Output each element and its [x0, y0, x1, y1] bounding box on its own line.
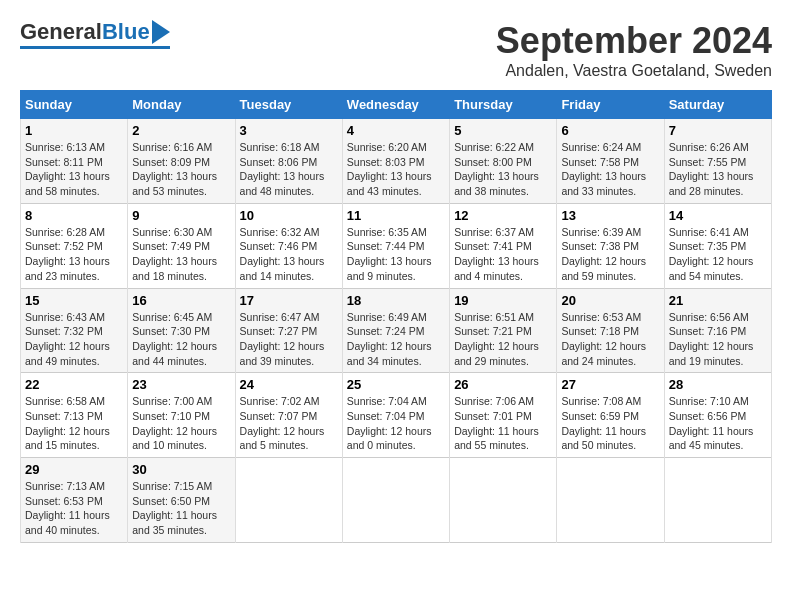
day-cell: 5Sunrise: 6:22 AMSunset: 8:00 PMDaylight… [450, 119, 557, 204]
cell-daylight: Daylight: 12 hours and 59 minutes. [561, 255, 646, 282]
cell-daylight: Daylight: 13 hours and 23 minutes. [25, 255, 110, 282]
day-cell: 3Sunrise: 6:18 AMSunset: 8:06 PMDaylight… [235, 119, 342, 204]
cell-sunset: Sunset: 7:01 PM [454, 410, 532, 422]
day-cell: 7Sunrise: 6:26 AMSunset: 7:55 PMDaylight… [664, 119, 771, 204]
day-cell [664, 458, 771, 543]
cell-sunrise: Sunrise: 6:41 AM [669, 226, 749, 238]
cell-sunrise: Sunrise: 6:22 AM [454, 141, 534, 153]
cell-daylight: Daylight: 13 hours and 53 minutes. [132, 170, 217, 197]
cell-daylight: Daylight: 11 hours and 45 minutes. [669, 425, 754, 452]
day-cell: 12Sunrise: 6:37 AMSunset: 7:41 PMDayligh… [450, 203, 557, 288]
cell-sunset: Sunset: 7:21 PM [454, 325, 532, 337]
day-cell: 4Sunrise: 6:20 AMSunset: 8:03 PMDaylight… [342, 119, 449, 204]
cell-sunrise: Sunrise: 6:35 AM [347, 226, 427, 238]
day-number: 16 [132, 293, 230, 308]
cell-daylight: Daylight: 12 hours and 39 minutes. [240, 340, 325, 367]
day-number: 30 [132, 462, 230, 477]
cell-sunset: Sunset: 8:11 PM [25, 156, 103, 168]
day-number: 3 [240, 123, 338, 138]
cell-daylight: Daylight: 12 hours and 54 minutes. [669, 255, 754, 282]
day-cell: 30Sunrise: 7:15 AMSunset: 6:50 PMDayligh… [128, 458, 235, 543]
cell-sunset: Sunset: 7:27 PM [240, 325, 318, 337]
day-number: 10 [240, 208, 338, 223]
day-cell: 21Sunrise: 6:56 AMSunset: 7:16 PMDayligh… [664, 288, 771, 373]
day-number: 1 [25, 123, 123, 138]
logo-arrow-icon [152, 20, 170, 44]
day-cell: 14Sunrise: 6:41 AMSunset: 7:35 PMDayligh… [664, 203, 771, 288]
cell-sunset: Sunset: 6:50 PM [132, 495, 210, 507]
header-cell-tuesday: Tuesday [235, 91, 342, 119]
day-number: 6 [561, 123, 659, 138]
day-number: 21 [669, 293, 767, 308]
day-cell [450, 458, 557, 543]
day-cell: 10Sunrise: 6:32 AMSunset: 7:46 PMDayligh… [235, 203, 342, 288]
day-number: 29 [25, 462, 123, 477]
cell-daylight: Daylight: 12 hours and 24 minutes. [561, 340, 646, 367]
cell-sunset: Sunset: 7:32 PM [25, 325, 103, 337]
day-cell: 28Sunrise: 7:10 AMSunset: 6:56 PMDayligh… [664, 373, 771, 458]
cell-daylight: Daylight: 12 hours and 5 minutes. [240, 425, 325, 452]
cell-daylight: Daylight: 12 hours and 29 minutes. [454, 340, 539, 367]
cell-daylight: Daylight: 13 hours and 9 minutes. [347, 255, 432, 282]
header-cell-friday: Friday [557, 91, 664, 119]
cell-sunrise: Sunrise: 6:49 AM [347, 311, 427, 323]
header-row: SundayMondayTuesdayWednesdayThursdayFrid… [21, 91, 772, 119]
cell-sunset: Sunset: 7:24 PM [347, 325, 425, 337]
cell-sunset: Sunset: 7:30 PM [132, 325, 210, 337]
cell-sunrise: Sunrise: 6:43 AM [25, 311, 105, 323]
header-cell-monday: Monday [128, 91, 235, 119]
cell-sunset: Sunset: 7:49 PM [132, 240, 210, 252]
cell-sunrise: Sunrise: 6:45 AM [132, 311, 212, 323]
cell-sunrise: Sunrise: 7:06 AM [454, 395, 534, 407]
cell-sunrise: Sunrise: 6:13 AM [25, 141, 105, 153]
cell-sunset: Sunset: 7:18 PM [561, 325, 639, 337]
cell-sunrise: Sunrise: 7:10 AM [669, 395, 749, 407]
cell-sunset: Sunset: 6:53 PM [25, 495, 103, 507]
header-cell-wednesday: Wednesday [342, 91, 449, 119]
day-number: 2 [132, 123, 230, 138]
cell-sunrise: Sunrise: 6:39 AM [561, 226, 641, 238]
day-number: 18 [347, 293, 445, 308]
cell-daylight: Daylight: 12 hours and 0 minutes. [347, 425, 432, 452]
cell-daylight: Daylight: 12 hours and 19 minutes. [669, 340, 754, 367]
week-row-1: 1Sunrise: 6:13 AMSunset: 8:11 PMDaylight… [21, 119, 772, 204]
cell-daylight: Daylight: 13 hours and 38 minutes. [454, 170, 539, 197]
cell-daylight: Daylight: 13 hours and 4 minutes. [454, 255, 539, 282]
day-number: 25 [347, 377, 445, 392]
cell-sunrise: Sunrise: 7:00 AM [132, 395, 212, 407]
logo: GeneralBlue [20, 20, 170, 49]
calendar-table: SundayMondayTuesdayWednesdayThursdayFrid… [20, 90, 772, 543]
day-cell: 11Sunrise: 6:35 AMSunset: 7:44 PMDayligh… [342, 203, 449, 288]
week-row-2: 8Sunrise: 6:28 AMSunset: 7:52 PMDaylight… [21, 203, 772, 288]
day-number: 24 [240, 377, 338, 392]
day-number: 7 [669, 123, 767, 138]
cell-daylight: Daylight: 13 hours and 28 minutes. [669, 170, 754, 197]
cell-daylight: Daylight: 12 hours and 49 minutes. [25, 340, 110, 367]
day-cell: 16Sunrise: 6:45 AMSunset: 7:30 PMDayligh… [128, 288, 235, 373]
cell-sunrise: Sunrise: 7:13 AM [25, 480, 105, 492]
cell-sunrise: Sunrise: 7:08 AM [561, 395, 641, 407]
page-subtitle: Andalen, Vaestra Goetaland, Sweden [496, 62, 772, 80]
day-number: 22 [25, 377, 123, 392]
day-number: 11 [347, 208, 445, 223]
day-cell: 22Sunrise: 6:58 AMSunset: 7:13 PMDayligh… [21, 373, 128, 458]
cell-daylight: Daylight: 13 hours and 58 minutes. [25, 170, 110, 197]
day-cell: 19Sunrise: 6:51 AMSunset: 7:21 PMDayligh… [450, 288, 557, 373]
day-number: 13 [561, 208, 659, 223]
header-cell-sunday: Sunday [21, 91, 128, 119]
cell-sunset: Sunset: 7:58 PM [561, 156, 639, 168]
cell-sunset: Sunset: 7:46 PM [240, 240, 318, 252]
cell-sunrise: Sunrise: 6:58 AM [25, 395, 105, 407]
cell-sunrise: Sunrise: 6:20 AM [347, 141, 427, 153]
week-row-5: 29Sunrise: 7:13 AMSunset: 6:53 PMDayligh… [21, 458, 772, 543]
cell-sunrise: Sunrise: 6:28 AM [25, 226, 105, 238]
cell-sunrise: Sunrise: 6:51 AM [454, 311, 534, 323]
cell-sunset: Sunset: 8:06 PM [240, 156, 318, 168]
day-cell: 27Sunrise: 7:08 AMSunset: 6:59 PMDayligh… [557, 373, 664, 458]
cell-sunset: Sunset: 7:10 PM [132, 410, 210, 422]
cell-sunrise: Sunrise: 6:26 AM [669, 141, 749, 153]
day-cell: 9Sunrise: 6:30 AMSunset: 7:49 PMDaylight… [128, 203, 235, 288]
day-cell [342, 458, 449, 543]
cell-sunset: Sunset: 7:04 PM [347, 410, 425, 422]
cell-daylight: Daylight: 11 hours and 35 minutes. [132, 509, 217, 536]
